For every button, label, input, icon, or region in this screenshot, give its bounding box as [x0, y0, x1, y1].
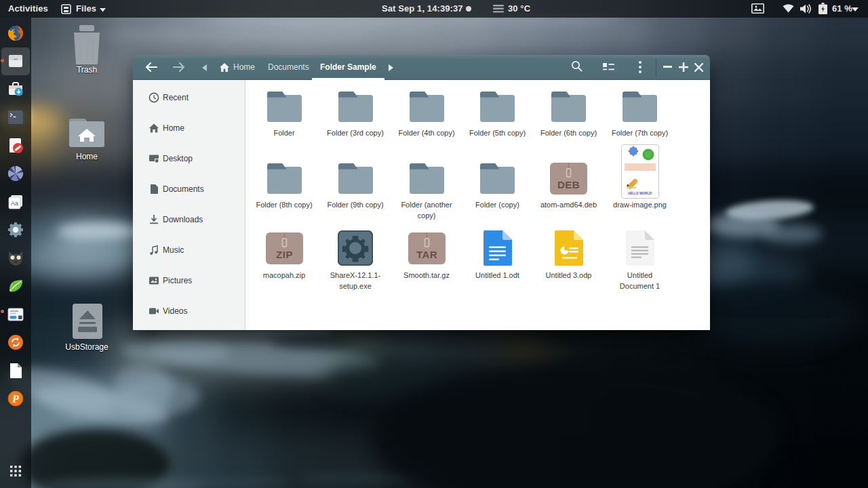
svg-text:DEB: DEB [557, 179, 580, 190]
svg-text:Aa: Aa [11, 200, 18, 207]
svg-text:P: P [12, 393, 19, 405]
svg-text:TAR: TAR [416, 249, 437, 260]
svg-text:HELLO WORLD!: HELLO WORLD! [628, 192, 652, 195]
svg-text:ZIP: ZIP [276, 249, 293, 260]
